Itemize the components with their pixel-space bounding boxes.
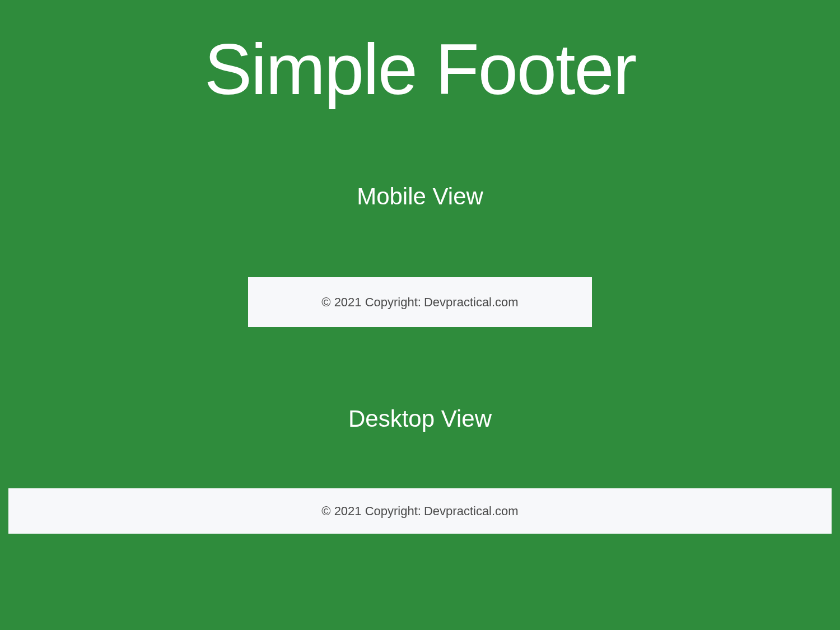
footer-mobile: © 2021 Copyright: Devpractical.com	[248, 277, 592, 327]
footer-mobile-link[interactable]: Devpractical.com	[424, 295, 519, 310]
footer-desktop-copyright-text: © 2021 Copyright:	[321, 504, 421, 519]
page-title: Simple Footer	[204, 28, 636, 110]
footer-desktop: © 2021 Copyright: Devpractical.com	[8, 488, 832, 534]
footer-mobile-copyright-text: © 2021 Copyright:	[321, 295, 421, 310]
footer-desktop-link[interactable]: Devpractical.com	[424, 504, 519, 519]
mobile-view-heading: Mobile View	[357, 183, 483, 210]
desktop-view-heading: Desktop View	[348, 405, 492, 432]
